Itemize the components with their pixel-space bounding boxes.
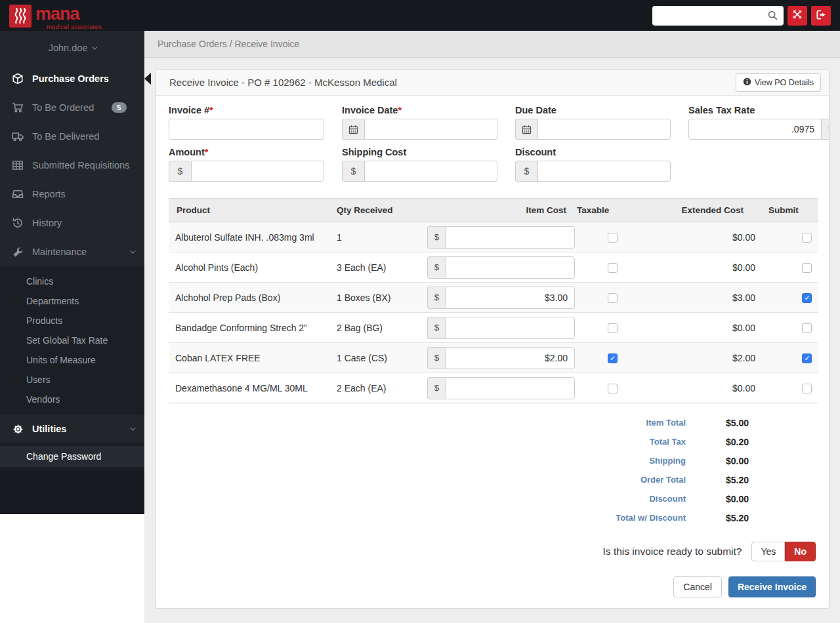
sales-tax-rate-field[interactable] [688,119,822,140]
brand-waves-icon [9,5,32,28]
submit-checkbox[interactable] [802,293,812,303]
product-name: Coban LATEX FREE [169,343,330,373]
product-name: Bandadge Conforming Strech 2” [169,313,330,343]
cancel-button[interactable]: Cancel [673,576,722,597]
calendar-icon[interactable] [515,119,537,140]
inbox-icon [12,188,24,200]
dollar-addon: $ [342,161,364,182]
fullscreen-button[interactable] [788,6,807,26]
item-cost-field[interactable] [446,317,575,339]
to-be-ordered-count-badge: 5 [112,102,126,113]
sidebar-item-to-be-delivered[interactable]: To Be Delivered [0,122,144,151]
no-button[interactable]: No [785,542,816,561]
brand-logo: mana medical associates [0,1,102,30]
discount-label: Discount [515,147,671,157]
sidebar-item-purchase-orders[interactable]: Purchase Orders [0,64,144,93]
extended-cost: $0.00 [654,222,762,252]
col-header-extended-cost: Extended Cost [654,199,762,222]
view-po-details-button[interactable]: View PO Details [736,73,821,92]
sidebar-footer [0,470,144,514]
due-date-label: Due Date [515,105,671,115]
yes-button[interactable]: Yes [751,542,785,561]
utilities-submenu: Change Password [0,443,144,470]
item-cost-field[interactable] [446,287,575,309]
table-header-row: Product Qty Received Item Cost Taxable E… [169,199,818,222]
action-buttons: Cancel Receive Invoice [169,576,816,597]
table-row: Alcohol Pints (Each) 3 Each (EA) $ $0.00 [169,252,818,283]
item-cost-field[interactable] [446,347,575,369]
discount-field[interactable] [537,161,671,182]
submit-checkbox[interactable] [802,353,812,363]
shipping-cost-field[interactable] [364,161,497,182]
item-cost-field[interactable] [446,256,575,279]
history-icon [12,217,24,229]
qty-received: 3 Each (EA) [330,252,421,283]
sidebar-item-label: Maintenance [32,247,87,257]
sidebar-item-reports[interactable]: Reports [0,180,144,209]
submit-checkbox[interactable] [802,233,812,243]
sidebar-item-label: To Be Delivered [32,131,99,142]
total-label: Shipping [532,456,686,466]
cart-icon [12,102,24,113]
due-date-field[interactable] [537,119,671,140]
total-value: $0.20 [698,437,749,447]
taxable-checkbox[interactable] [608,293,618,303]
sidebar-subitem-change-password[interactable]: Change Password [0,446,144,467]
amount-field[interactable] [191,161,324,182]
sidebar-subitem-users[interactable]: Users [0,370,144,390]
sidebar-subitem-clinics[interactable]: Clinics [0,271,144,291]
dollar-addon: $ [427,226,446,249]
submit-checkbox[interactable] [802,323,812,333]
sidebar-subitem-set-global-tax-rate[interactable]: Set Global Tax Rate [0,331,144,350]
sidebar-item-label: Submitted Requisitions [32,160,129,171]
line-items-table: Product Qty Received Item Cost Taxable E… [169,198,818,403]
taxable-checkbox[interactable] [608,233,618,243]
submit-checkbox[interactable] [802,263,812,273]
logout-button[interactable] [811,6,831,26]
taxable-checkbox[interactable] [608,384,618,393]
table-row: Bandadge Conforming Strech 2” 2 Bag (BG)… [169,313,818,343]
cube-icon [12,73,24,85]
ready-to-submit-row: Is this invoice ready to submit? Yes No [169,542,816,561]
maintenance-submenu: Clinics Departments Products Set Global … [0,266,144,414]
col-header-product: Product [169,199,330,222]
submit-checkbox[interactable] [802,384,812,393]
total-label: Total w/ Discount [532,513,686,523]
sidebar-subitem-units-of-measure[interactable]: Units of Measure [0,350,144,370]
dollar-addon: $ [169,161,191,182]
sidebar-item-utilities[interactable]: Utilities [0,414,144,443]
qty-received: 1 Boxes (BX) [330,283,421,313]
sidebar-item-maintenance[interactable]: Maintenance [0,237,144,266]
dollar-addon: $ [427,317,446,339]
receive-invoice-button[interactable]: Receive Invoice [728,576,816,597]
sidebar-item-label: Utilities [32,424,66,434]
total-value: $5.20 [698,475,749,485]
chevron-down-icon [130,248,135,253]
breadcrumb: Purchase Orders / Receive Invoice [144,31,840,58]
search-input[interactable] [652,6,784,26]
taxable-checkbox[interactable] [608,263,618,273]
item-cost-field[interactable] [446,226,575,249]
sidebar-item-history[interactable]: History [0,209,144,237]
taxable-checkbox[interactable] [608,323,618,333]
expand-arrows-icon [792,9,803,22]
user-menu[interactable]: John.doe [0,31,144,64]
brand-name: mana [35,5,102,23]
sidebar-subitem-products[interactable]: Products [0,311,144,331]
extended-cost: $0.00 [654,373,762,403]
required-asterisk: * [209,105,213,115]
amount-label: Amount* [169,147,324,157]
gear-icon [12,424,24,435]
sidebar-item-to-be-ordered[interactable]: To Be Ordered 5 [0,93,144,122]
sidebar-subitem-vendors[interactable]: Vendors [0,390,144,409]
sidebar-item-submitted-requisitions[interactable]: Submitted Requisitions [0,151,144,180]
grid-icon [12,159,24,171]
search-icon[interactable] [767,10,778,24]
calendar-icon[interactable] [342,119,364,140]
invoice-number-field[interactable] [169,119,324,140]
invoice-date-field[interactable] [364,119,497,140]
sidebar-subitem-departments[interactable]: Departments [0,291,144,311]
item-cost-field[interactable] [446,377,575,399]
invoice-date-label: Invoice Date* [342,105,497,115]
taxable-checkbox[interactable] [608,353,618,363]
